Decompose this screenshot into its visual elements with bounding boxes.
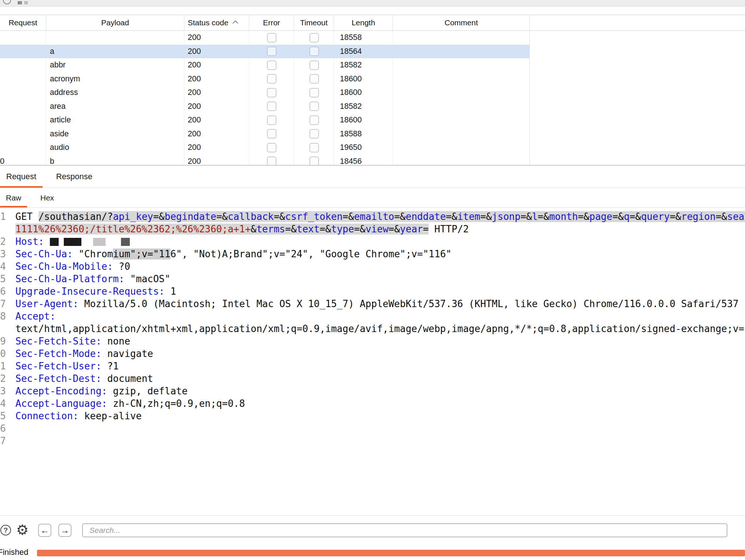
table-row[interactable]: aside20018588 xyxy=(0,127,530,141)
column-header-timeout[interactable]: Timeout xyxy=(294,15,334,30)
payload-cell: article xyxy=(46,113,184,127)
column-header-error[interactable]: Error xyxy=(249,15,294,30)
error-checkbox-cell xyxy=(249,31,294,45)
status-code-cell: 200 xyxy=(184,45,249,59)
editor-line: 11Sec-Fetch-User: ?1 xyxy=(0,360,745,372)
error-checkbox[interactable] xyxy=(267,74,276,84)
line-number: 13 xyxy=(0,385,6,397)
help-icon[interactable]: ? xyxy=(0,525,11,535)
length-cell: 18600 xyxy=(334,113,393,127)
tab-response[interactable]: Response xyxy=(50,166,99,188)
tab-request[interactable]: Request xyxy=(0,166,43,188)
editor-text-segment: HTTP/2 xyxy=(429,224,469,235)
error-checkbox[interactable] xyxy=(267,156,276,165)
editor-text-segment: navigate xyxy=(102,348,153,359)
timeout-checkbox[interactable] xyxy=(309,102,319,111)
tab-hex[interactable]: Hex xyxy=(34,188,60,207)
error-checkbox[interactable] xyxy=(267,47,276,56)
line-number: 17 xyxy=(0,435,6,447)
column-header-length[interactable]: Length xyxy=(334,15,393,30)
error-checkbox[interactable] xyxy=(267,60,276,70)
timeout-checkbox[interactable] xyxy=(309,115,319,125)
error-checkbox[interactable] xyxy=(267,102,276,111)
timeout-checkbox[interactable] xyxy=(309,47,319,56)
editor-text-segment: =& xyxy=(394,211,405,222)
comment-cell xyxy=(393,100,530,114)
search-toolbar: ? ⚙ ← → xyxy=(0,516,745,547)
table-row[interactable]: acronym20018600 xyxy=(0,72,530,86)
editor-text-segment: keep-alive xyxy=(78,410,142,421)
request-editor[interactable]: 1GET /southasian/?api_key=&begindate=&ca… xyxy=(0,208,745,515)
editor-text-segment: zh-CN,zh;q=0.9,en;q=0.8 xyxy=(107,398,245,409)
line-number: 8 xyxy=(0,310,6,323)
error-checkbox-cell xyxy=(249,141,294,155)
table-row[interactable]: article20018600 xyxy=(0,113,530,127)
column-header-request[interactable]: Request xyxy=(0,15,46,30)
column-header-comment[interactable]: Comment xyxy=(393,15,530,30)
editor-line: 3Sec-Ch-Ua: "Chromium";v="116", "Not)A;B… xyxy=(0,248,745,260)
header-filler xyxy=(530,15,745,30)
table-row[interactable]: area20018582 xyxy=(0,100,530,114)
request-number-cell xyxy=(0,100,46,114)
search-input[interactable] xyxy=(82,523,727,537)
next-match-button[interactable]: → xyxy=(58,524,71,537)
message-tab-bar: Request Response xyxy=(0,166,745,188)
comment-cell xyxy=(393,113,530,127)
timeout-checkbox[interactable] xyxy=(309,156,319,165)
editor-text-segment: jsonp xyxy=(492,211,520,222)
editor-text-segment: =& xyxy=(630,211,641,222)
error-checkbox[interactable] xyxy=(267,143,276,152)
editor-line: 4Sec-Ch-Ua-Mobile: ?0 xyxy=(0,260,745,273)
error-checkbox-cell xyxy=(249,113,294,127)
sort-ascending-icon xyxy=(232,20,239,24)
editor-line: 5Sec-Ch-Ua-Platform: "macOS" xyxy=(0,273,745,285)
table-row[interactable]: audio20019650 xyxy=(0,141,530,155)
editor-text-segment: =& xyxy=(521,211,532,222)
column-header-payload[interactable]: Payload xyxy=(46,15,184,30)
timeout-checkbox-cell xyxy=(294,31,334,45)
intruder-results-table: Request Payload Status code Error Timeou… xyxy=(0,15,745,165)
request-number-cell: 0 xyxy=(0,155,46,165)
column-header-status-code[interactable]: Status code xyxy=(184,15,249,30)
gear-icon[interactable]: ⚙ xyxy=(15,523,29,537)
error-checkbox[interactable] xyxy=(267,33,276,43)
error-checkbox[interactable] xyxy=(267,115,276,125)
timeout-checkbox[interactable] xyxy=(309,143,319,152)
previous-match-button[interactable]: ← xyxy=(38,524,51,537)
payload-cell: abbr xyxy=(46,58,184,72)
editor-text-segment: "macOS" xyxy=(124,273,170,284)
timeout-checkbox-cell xyxy=(294,100,334,114)
editor-text-segment: type xyxy=(331,224,354,235)
editor-text-segment: User-Agent: xyxy=(15,298,78,309)
editor-text-segment: q xyxy=(624,211,630,222)
editor-text-segment: callback xyxy=(228,211,274,222)
table-row[interactable]: address20018600 xyxy=(0,86,530,100)
editor-text-segment: 1111%26%2360;/title%26%2362;%26%2360;a+1… xyxy=(15,224,251,235)
request-number-cell xyxy=(0,127,46,141)
status-code-cell: 200 xyxy=(184,100,249,114)
editor-text-segment: document xyxy=(102,373,153,384)
line-number: 15 xyxy=(0,410,6,422)
editor-line: 8Accept: xyxy=(0,310,745,323)
timeout-checkbox[interactable] xyxy=(309,88,319,97)
timeout-checkbox[interactable] xyxy=(309,33,319,43)
request-number-cell xyxy=(0,86,46,100)
length-cell: 18582 xyxy=(334,100,393,114)
line-number: 12 xyxy=(0,372,6,385)
editor-text-segment: none xyxy=(102,336,130,347)
error-checkbox-cell xyxy=(249,72,294,86)
table-row[interactable]: 0b20018456 xyxy=(0,155,530,165)
timeout-checkbox[interactable] xyxy=(309,74,319,84)
tab-raw[interactable]: Raw xyxy=(0,188,27,207)
attack-status-label: Finished xyxy=(0,548,28,557)
window-top-edge xyxy=(0,0,745,7)
editor-text-segment: Accept-Encoding: xyxy=(15,386,107,397)
table-row[interactable]: a20018564 xyxy=(0,45,530,59)
table-row[interactable]: abbr20018582 xyxy=(0,58,530,72)
timeout-checkbox-cell xyxy=(294,45,334,59)
timeout-checkbox[interactable] xyxy=(309,60,319,70)
table-row[interactable]: 20018558 xyxy=(0,31,530,45)
timeout-checkbox[interactable] xyxy=(309,129,319,139)
error-checkbox[interactable] xyxy=(267,129,276,139)
error-checkbox[interactable] xyxy=(267,88,276,97)
